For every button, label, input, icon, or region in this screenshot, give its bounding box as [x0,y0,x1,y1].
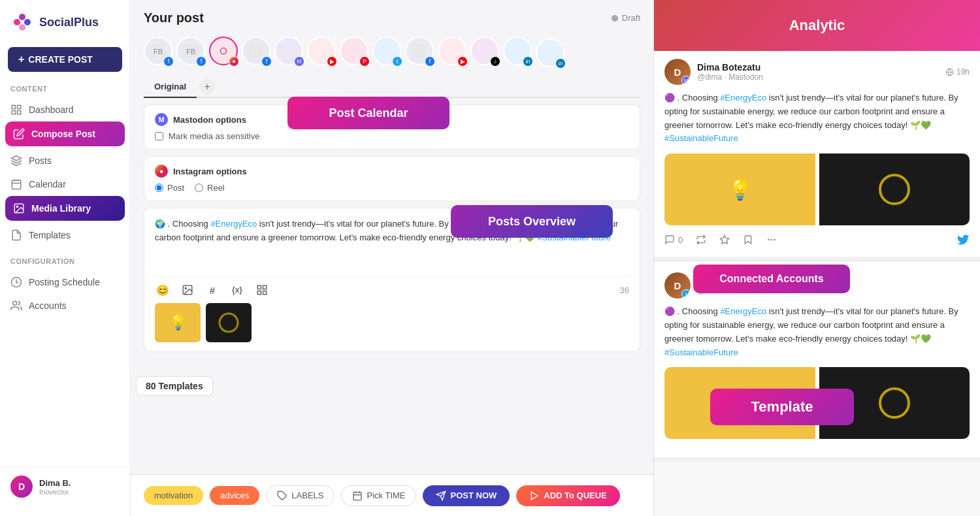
feed-item-1: D M Dima Botezatu @dima · Mastodon 19h 🟣… [654,0,980,262]
label-icon [277,491,287,501]
svg-rect-4 [12,105,15,108]
account-avatar-fb1[interactable]: FB f [144,37,172,65]
content-section-label: Content [0,85,130,98]
mastodon-options-header: M Mastodon options [155,113,629,126]
sidebar-item-dashboard-label: Dashboard [29,105,74,115]
post-header: Your post Draft [144,10,640,25]
advices-tag[interactable]: advices [210,486,259,505]
sidebar-item-compose-label: Compose Post [31,129,95,139]
yt2-badge: ▶ [457,56,468,67]
sidebar-item-templates[interactable]: Templates [0,223,130,247]
motivation-tag[interactable]: motivation [144,486,203,505]
feed-user-name-1: Dima Botezatu [697,62,763,73]
labels-button[interactable]: LABELS [266,485,335,506]
feed-text-2: 🟣 . Choosing #EnergyEco isn't just trend… [664,305,970,359]
hashtag-button[interactable]: # [204,282,220,298]
image-button[interactable] [180,282,195,298]
fb-badge-3: f [261,56,272,67]
sidebar-item-calendar[interactable]: Calendar [0,172,130,196]
accounts-row: FB f FB f ● f [144,35,640,67]
sidebar-item-posting-schedule[interactable]: Posting Schedule [0,270,130,294]
post-now-button[interactable]: POST NOW [423,485,510,506]
sidebar-item-media[interactable]: Media Library [5,196,125,221]
add-queue-label: ADD To QUEUE [544,491,607,500]
pick-time-button[interactable]: Pick TIME [341,485,416,506]
feed-action-retweet[interactable] [696,234,706,245]
feed-image-2b [819,367,970,439]
image-thumb-2[interactable] [206,303,252,342]
draft-label: Draft [622,13,640,23]
pick-time-label: Pick TIME [367,491,405,500]
feed-action-star[interactable] [719,234,730,245]
advices-label: advices [220,491,249,500]
account-avatar-mastodon[interactable]: M [274,37,303,65]
tab-original[interactable]: Original [144,76,197,98]
feed-images-1: 💡 [664,153,970,225]
svg-rect-26 [347,44,361,58]
add-tab-button[interactable]: + [199,79,215,95]
image-thumb-1[interactable]: 💡 [155,303,201,342]
account-avatar-li2[interactable]: in [536,39,564,67]
sidebar-item-compose[interactable]: Compose Post [5,121,125,146]
sidebar-item-accounts-label: Accounts [29,300,67,311]
sidebar-item-accounts[interactable]: Accounts [0,294,130,317]
sidebar-item-dashboard[interactable]: Dashboard [0,98,130,121]
char-count: 36 [620,285,629,295]
fb-badge-4: f [425,56,435,67]
create-post-button[interactable]: + CREATE POST [8,47,122,72]
mastodon-sensitive-label: Mark media as sensitive [169,131,259,141]
sidebar-item-calendar-label: Calendar [29,179,66,189]
add-to-queue-button[interactable]: ADD To QUEUE [516,485,620,506]
instagram-reel-radio[interactable] [195,184,203,192]
instagram-post-radio[interactable] [155,184,163,192]
account-avatar-twitter[interactable]: t [372,37,401,65]
user-initial: D [18,481,25,492]
account-avatar-tiktok[interactable]: ♪ [470,37,499,65]
svg-point-39 [220,314,238,332]
svg-point-51 [772,240,772,240]
config-section-label: Configuration [0,257,130,270]
feed-avatar-2: D t [664,272,691,298]
instagram-post-option[interactable]: Post [155,183,184,193]
svg-rect-31 [510,44,525,58]
account-avatar-yt2[interactable]: ▶ [438,37,466,65]
svg-rect-25 [314,44,329,58]
svg-point-3 [19,24,25,31]
feed-action-more[interactable] [766,234,777,245]
mastodon-sensitive-checkbox[interactable] [155,132,163,140]
svg-rect-5 [18,105,21,108]
feed-time-1-label: 19h [956,67,970,76]
account-avatar-fb3[interactable]: f [242,37,270,65]
account-avatar-li1[interactable]: in [503,37,532,65]
account-avatar-fb2[interactable]: FB f [176,37,205,65]
account-avatar-ig[interactable]: ● [209,37,238,65]
feed-action-reply[interactable]: 0 [664,234,683,245]
compose-tabs: Original + [144,76,640,98]
instagram-reel-option[interactable]: Reel [195,183,225,193]
layout-button[interactable] [254,282,270,298]
user-info: Dima B. Inovector [39,478,71,496]
post-text-content[interactable]: 🌍 . Choosing #EnergyEco isn't just trend… [155,218,629,270]
account-avatar-pinterest[interactable]: P [340,37,368,65]
calendar-icon [10,178,22,190]
image-toolbar-icon [182,284,193,296]
svg-rect-29 [445,44,459,58]
feed-action-bookmark[interactable] [743,234,753,245]
sidebar-item-posts[interactable]: Posts [0,149,130,172]
app-logo: SocialPlus [0,10,130,47]
feed-item-1-header: D M Dima Botezatu @dima · Mastodon 19h [664,59,970,85]
mastodon-options-label: Mastodon options [173,115,246,125]
svg-rect-21 [216,44,231,58]
svg-point-1 [19,14,25,20]
action-bar: motivation advices LABELS Pick TIME POST… [131,474,653,516]
account-avatar-fb4[interactable]: f [405,37,434,65]
emoji-button[interactable]: 😊 [155,282,171,298]
account-avatar-yt[interactable]: ▶ [307,37,336,65]
variable-button[interactable]: {x} [229,282,245,298]
feed-user-1: D M Dima Botezatu @dima · Mastodon [664,59,763,85]
hashtag-sustainablefuture: #SustainableFuture [537,233,611,242]
instagram-type-row: Post Reel [155,183,629,193]
svg-marker-45 [532,492,538,500]
main-content: Your post Draft FB f FB f [131,0,653,516]
motivation-label: motivation [154,491,193,500]
